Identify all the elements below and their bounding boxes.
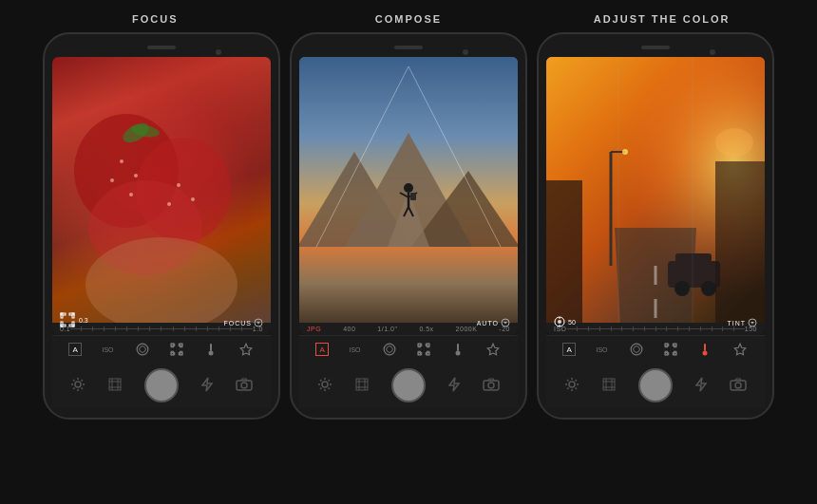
- phone2-iso: 400: [343, 326, 355, 332]
- svg-rect-68: [428, 351, 429, 355]
- phone1-ctrl-flash[interactable]: [200, 377, 214, 395]
- svg-rect-94: [715, 161, 765, 323]
- phone1-icon-iso[interactable]: ISO: [99, 341, 116, 358]
- svg-point-114: [703, 351, 708, 356]
- phone1-ctrl-grid[interactable]: [107, 377, 123, 395]
- svg-rect-113: [704, 344, 706, 351]
- svg-point-6: [129, 193, 133, 196]
- svg-point-89: [701, 281, 716, 296]
- svg-point-92: [622, 149, 628, 155]
- focus-label: FOCUS: [41, 13, 269, 25]
- phone2-jpg: JPG: [307, 326, 321, 332]
- svg-point-35: [75, 382, 81, 387]
- speaker-2: [394, 46, 423, 49]
- svg-marker-78: [449, 378, 459, 391]
- phone1-ctrl-gear[interactable]: [70, 377, 86, 395]
- phone1-icon-star[interactable]: [238, 341, 255, 358]
- svg-point-88: [674, 281, 690, 296]
- svg-marker-59: [504, 322, 507, 325]
- phone2-shutter: 1/1.0": [377, 326, 397, 332]
- svg-marker-71: [487, 344, 499, 355]
- phone3-ctrl-flash[interactable]: [694, 377, 708, 395]
- svg-rect-29: [171, 351, 173, 355]
- svg-marker-115: [734, 344, 746, 355]
- svg-point-49: [404, 183, 413, 193]
- phone2-ctrl-grid[interactable]: [354, 377, 370, 395]
- svg-point-99: [558, 320, 561, 324]
- phone2-ctrl-camera[interactable]: [483, 378, 500, 394]
- phone-adjust: 50 TINT ISO: [537, 32, 774, 420]
- svg-point-9: [167, 202, 171, 206]
- adjust-color-label: ADJUST THE COLOR: [548, 13, 776, 25]
- phone2-wb: 2000K: [456, 326, 478, 332]
- phone1-shutter[interactable]: [144, 368, 179, 402]
- phone3-icon-bracket[interactable]: [662, 341, 679, 358]
- city-image: [546, 57, 765, 323]
- auto-label: AUTO: [477, 320, 499, 327]
- phone1-icons-row: A ISO: [52, 335, 271, 363]
- focus-bracket-indicator: 0.3: [60, 312, 88, 327]
- tint-label: TINT: [727, 320, 746, 327]
- phone3-ctrl-camera[interactable]: [730, 378, 747, 394]
- svg-point-4: [134, 174, 138, 177]
- phone1-icon-bracket[interactable]: [168, 341, 185, 358]
- svg-rect-93: [546, 180, 582, 323]
- phone3-shutter[interactable]: [638, 368, 673, 402]
- svg-rect-27: [180, 344, 182, 347]
- auto-badge: AUTO: [477, 318, 510, 327]
- phone1-icon-temp[interactable]: [202, 341, 219, 358]
- phone1-ctrl-camera[interactable]: [236, 378, 253, 394]
- phone2-ctrl-gear[interactable]: [317, 377, 332, 395]
- exposure-value: 50: [568, 319, 576, 326]
- speaker-3: [641, 46, 670, 49]
- phone1-controls: [52, 363, 271, 408]
- phone2-controls: [299, 363, 518, 408]
- phone3-controls: [546, 363, 765, 408]
- phone3-icon-iso[interactable]: ISO: [593, 341, 610, 358]
- svg-marker-22: [256, 322, 260, 325]
- svg-rect-77: [356, 379, 368, 390]
- phone3-icon-a[interactable]: A: [562, 343, 576, 356]
- phone2-icon-bracket[interactable]: [415, 341, 432, 358]
- phone3-ctrl-gear[interactable]: [564, 377, 580, 395]
- phone1-icon-s[interactable]: [134, 341, 151, 358]
- svg-point-33: [209, 351, 214, 356]
- svg-rect-55: [410, 193, 416, 200]
- svg-point-95: [715, 128, 753, 157]
- camera-dot-1: [216, 49, 221, 55]
- svg-rect-62: [418, 344, 420, 347]
- svg-rect-32: [210, 344, 212, 351]
- phone2-icon-temp[interactable]: [449, 341, 466, 358]
- svg-rect-31: [180, 351, 182, 355]
- phone2-icon-star[interactable]: [484, 341, 502, 358]
- phone3-icon-s[interactable]: [628, 341, 645, 358]
- strawberry-image: [52, 57, 271, 323]
- phone1-slider[interactable]: [70, 328, 253, 329]
- phone3-icon-temp[interactable]: [696, 341, 713, 358]
- svg-rect-40: [109, 379, 121, 390]
- phone2-icons-row: A ISO: [299, 335, 518, 363]
- phone2-icon-iso[interactable]: ISO: [346, 341, 363, 358]
- phone2-shutter[interactable]: [391, 368, 426, 402]
- speaker-1: [147, 46, 176, 49]
- svg-point-116: [569, 382, 575, 387]
- svg-rect-108: [674, 344, 676, 347]
- phone2-icon-s[interactable]: [381, 341, 398, 358]
- phone3-slider[interactable]: [567, 328, 745, 329]
- svg-marker-122: [696, 378, 706, 391]
- screen-compose: AUTO JPG 400 1/1.0" 0.5x 2000K -20: [299, 57, 518, 335]
- svg-rect-121: [603, 379, 615, 390]
- svg-rect-66: [418, 351, 420, 355]
- svg-point-5: [110, 178, 114, 182]
- camera-dot-2: [463, 49, 468, 55]
- svg-rect-87: [675, 253, 712, 271]
- svg-point-104: [631, 344, 642, 355]
- phone2-icon-a[interactable]: A: [315, 343, 329, 356]
- phone3-icon-star[interactable]: [732, 341, 749, 358]
- phone2-ctrl-flash[interactable]: [447, 377, 461, 395]
- svg-point-70: [456, 351, 461, 356]
- svg-marker-34: [240, 344, 252, 355]
- phone3-ctrl-grid[interactable]: [601, 377, 617, 395]
- phone1-icon-a[interactable]: A: [68, 343, 82, 356]
- svg-point-124: [735, 383, 741, 388]
